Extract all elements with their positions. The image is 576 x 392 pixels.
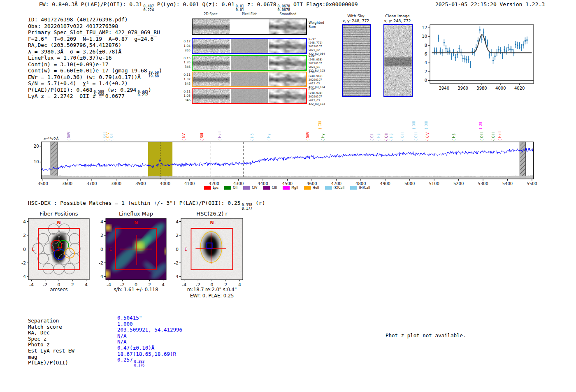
emission-line-label: { HeII [498, 132, 502, 141]
emission-line-label: { CII [370, 134, 374, 141]
panel-ytick: 4 [176, 219, 179, 225]
emission-line-label: { NV [182, 133, 186, 141]
emission-line-label: { CIV [426, 132, 430, 141]
fiber-panel-content [28, 218, 89, 280]
linefit-ytick: 8 [425, 43, 427, 48]
masked-region-band [51, 142, 58, 179]
spec2d-row [192, 55, 307, 71]
match-row-value: 203.509921, 54.412996 [117, 327, 182, 333]
match-row-value: 0.50415" [117, 315, 142, 321]
legend-item: MgII [283, 186, 298, 190]
hsc-panel-content [181, 218, 243, 280]
linefit-xtick: 3980 [476, 86, 487, 90]
spec2d-cell [269, 39, 306, 53]
match-row-label: Est LyA rest-EW [28, 348, 74, 354]
emission-line-label: { OII [479, 122, 483, 130]
match-row-value: 1.000 [117, 321, 133, 327]
spec2d-cell [269, 72, 306, 86]
full-spectrum-plot: 1020350036003700380039004000410042004300… [29, 111, 547, 193]
spec2d-cell [231, 56, 268, 70]
sky-noise-overlay [343, 25, 370, 96]
photz-note: Phot z plot not available. [386, 332, 466, 339]
match-row-label: mag [28, 354, 37, 360]
spec2d-row [192, 88, 307, 104]
hsc-xlabel-1: m:18.7 re:2.0" s:0.4" [173, 287, 251, 292]
legend-label: CIV [252, 186, 257, 190]
north-label: N [134, 220, 138, 225]
spec2d-row-left-labels: 0.111.03346 [181, 90, 190, 103]
clean-dark-band [384, 57, 412, 66]
match-row-label: Photo z [28, 342, 50, 348]
linefit-xtick: 3940 [439, 86, 449, 90]
linefit-xtick: 4020 [514, 86, 525, 90]
legend-item: (K)CaII [325, 186, 345, 190]
emission-line-label: { Hβ [452, 133, 456, 141]
legend-label: HeII [313, 186, 319, 190]
pixel-flat-cell [231, 19, 268, 34]
weighted-sum-label: WeightedSum [309, 21, 324, 29]
spec2d-row-right-labels: 0.91"(248, 938)20220107v022_01422_RU_103 [309, 54, 325, 73]
spectrum-legend: LyαOIICIVCIIIMgIIHeII(K)CaII(H)CaII [41, 183, 533, 191]
panel-ytick: -4 [99, 274, 103, 279]
east-label: E [109, 247, 112, 252]
emission-line-label: { CIII [318, 121, 322, 130]
stacked-fraction: 0.3580.177 [242, 203, 253, 210]
col-header-smoothed: Smoothed [269, 12, 307, 16]
emission-line-label: { OIII [425, 121, 428, 130]
with-sky-cutout-image [342, 24, 371, 97]
spec2d-cell [193, 19, 230, 34]
spec2d-row [192, 38, 307, 54]
spec2d-row-left-labels: 0.111.37345 [181, 73, 190, 86]
emission-line-label: { SiII [200, 133, 204, 141]
masked-region-band [520, 142, 525, 179]
spec2d-cell [231, 89, 268, 103]
emission-line-label: { Hδ [251, 133, 254, 141]
info-line-1: Obs: 20220107v022_4017276398 [28, 23, 162, 30]
spec2d-row [192, 72, 307, 87]
header-summary: EW: 0.8±0.3Å P(LAE)/P(OII): 0.310.4870.2… [39, 1, 358, 12]
spectrum-frame [42, 142, 534, 179]
match-row-value: N/A [117, 333, 127, 339]
spectrum-line [42, 148, 534, 171]
emission-line-label: { Hγ [267, 133, 271, 141]
panel-ytick: 0 [100, 247, 103, 252]
info-line-4: RA,Dec (203.509796,54.412876) [28, 42, 162, 49]
linefit-ytick: 4 [425, 60, 427, 65]
info-line-9: EWr = 1.70(±0.36) (w: 0.79(±0.17))Å [28, 74, 162, 81]
linefit-ytick: 2 [425, 70, 427, 74]
stacked-fraction: 19.6819.68 [149, 71, 159, 78]
spec2d-row-right-labels: 1.58"(248, 947)20220107v022_03422_RU_104 [309, 71, 325, 89]
error-spectrum-fill [42, 175, 534, 179]
linefit-ytick: 0 [425, 78, 427, 83]
info-line-3: F=2.6" T=0.209 N̅=1.19 A=0.87 g=24.6̅ [28, 36, 162, 42]
emission-line-label: { CIII [385, 133, 388, 141]
legend-item: Lyα [204, 186, 218, 190]
fiber-positions-panel: NE-4-4-2-2002244 [16, 215, 94, 289]
weighted-sum-row [192, 19, 307, 35]
panel-ytick: 0 [23, 247, 26, 252]
info-line-6: LineFlux = 1.70(±0.37)e-16 [28, 55, 162, 61]
emission-line-label: { Hβ [390, 133, 393, 141]
spec2d-row-right-labels: 0.71"(248, 772)20220107v022_02422_RU_084 [309, 37, 325, 56]
stacked-fraction: 0.06780.0678 [277, 5, 290, 12]
spec2d-cell [269, 19, 306, 34]
panel-ytick: -2 [99, 260, 103, 266]
legend-label: (K)CaII [334, 186, 345, 190]
emission-line-label: { OIII [480, 132, 484, 141]
info-line-11: P(LAE)/P(OII): 0.4680.5880.366 (w: 0.294… [28, 87, 162, 93]
legend-swatch [204, 186, 211, 190]
lineflux-xlabel: s/b: 1.61 +/- 0.118 [98, 287, 174, 292]
spec2d-cell [231, 72, 268, 86]
spec2d-cell [193, 56, 230, 70]
legend-item: CIII [263, 186, 277, 190]
linefit-frame [430, 25, 534, 84]
spec2d-cell [269, 89, 306, 103]
linefit-xtick: 4000 [495, 86, 506, 90]
hsc-image-panel: NE-4-4-2-2002244 [169, 215, 248, 289]
legend-swatch [304, 186, 311, 190]
linefit-ytick: 12 [422, 26, 427, 30]
legend-swatch [243, 186, 250, 190]
emission-line-label: { HeII [218, 132, 222, 141]
emission-line-label: { OIII [412, 121, 416, 130]
linefit-ytick: 6 [425, 52, 427, 56]
